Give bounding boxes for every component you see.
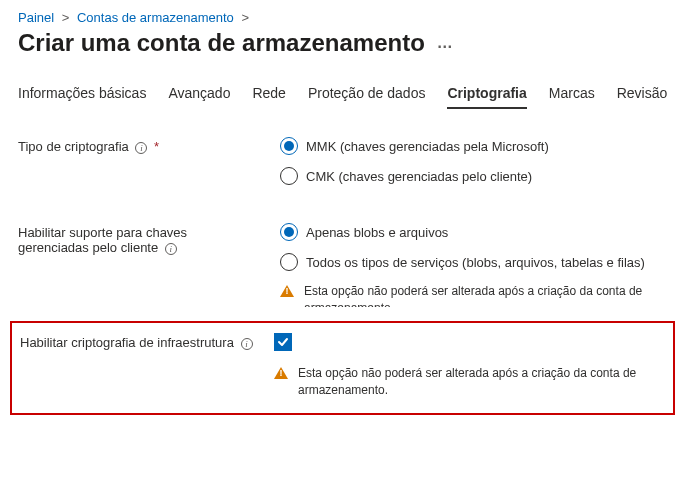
label-infra-encryption-text: Habilitar criptografia de infraestrutura — [20, 335, 234, 350]
tab-data-protection[interactable]: Proteção de dados — [308, 85, 426, 109]
label-encryption-type: Tipo de criptografia i * — [18, 137, 280, 154]
breadcrumb-storage-accounts[interactable]: Contas de armazenamento — [77, 10, 234, 25]
required-asterisk: * — [154, 139, 159, 154]
chevron-right-icon: > — [241, 10, 249, 25]
breadcrumb-home[interactable]: Painel — [18, 10, 54, 25]
radio-cmk-label: CMK (chaves gerenciadas pelo cliente) — [306, 169, 532, 184]
highlight-infra-encryption: Habilitar criptografia de infraestrutura… — [10, 321, 675, 415]
warning-icon — [274, 367, 288, 379]
page-title: Criar uma conta de armazenamento — [18, 29, 425, 57]
warning-cmk-immutable: Esta opção não poderá ser alterada após … — [280, 283, 667, 307]
chevron-right-icon: > — [62, 10, 70, 25]
radio-all-services-label: Todos os tipos de serviços (blobs, arqui… — [306, 255, 645, 270]
radio-mmk-label: MMK (chaves gerenciadas pela Microsoft) — [306, 139, 549, 154]
label-cmk-support: Habilitar suporte para chaves gerenciada… — [18, 223, 280, 255]
warning-text: Esta opção não poderá ser alterada após … — [298, 365, 665, 399]
row-cmk-support: Habilitar suporte para chaves gerenciada… — [18, 223, 667, 313]
tab-review[interactable]: Revisão — [617, 85, 668, 109]
row-infra-warning: Esta opção não poderá ser alterada após … — [20, 363, 665, 405]
checkbox-infra-encryption[interactable] — [274, 333, 292, 351]
more-actions-icon[interactable]: … — [437, 34, 454, 52]
radio-cmk[interactable]: CMK (chaves gerenciadas pelo cliente) — [280, 167, 667, 185]
radio-button-icon — [280, 137, 298, 155]
tab-advanced[interactable]: Avançado — [168, 85, 230, 109]
radio-blobs-only[interactable]: Apenas blobs e arquivos — [280, 223, 667, 241]
radio-blobs-only-label: Apenas blobs e arquivos — [306, 225, 448, 240]
label-infra-encryption: Habilitar criptografia de infraestrutura… — [20, 333, 274, 350]
radio-mmk[interactable]: MMK (chaves gerenciadas pela Microsoft) — [280, 137, 667, 155]
radio-button-icon — [280, 223, 298, 241]
label-cmk-support-line2: gerenciadas pelo cliente — [18, 240, 158, 255]
label-cmk-support-line1: Habilitar suporte para chaves — [18, 225, 187, 240]
tabs: Informações básicas Avançado Rede Proteç… — [18, 85, 667, 109]
label-encryption-type-text: Tipo de criptografia — [18, 139, 129, 154]
radio-button-icon — [280, 167, 298, 185]
radio-all-services[interactable]: Todos os tipos de serviços (blobs, arqui… — [280, 253, 667, 271]
row-infra-encryption: Habilitar criptografia de infraestrutura… — [20, 333, 665, 351]
info-icon[interactable]: i — [165, 243, 177, 255]
radio-button-icon — [280, 253, 298, 271]
checkmark-icon — [277, 336, 289, 348]
warning-infra-immutable: Esta opção não poderá ser alterada após … — [274, 365, 665, 399]
info-icon[interactable]: i — [241, 338, 253, 350]
warning-text: Esta opção não poderá ser alterada após … — [304, 283, 667, 307]
tab-tags[interactable]: Marcas — [549, 85, 595, 109]
tab-encryption[interactable]: Criptografia — [447, 85, 526, 109]
row-encryption-type: Tipo de criptografia i * MMK (chaves ger… — [18, 137, 667, 197]
warning-icon — [280, 285, 294, 297]
info-icon[interactable]: i — [135, 142, 147, 154]
tab-basics[interactable]: Informações básicas — [18, 85, 146, 109]
breadcrumb: Painel > Contas de armazenamento > — [18, 10, 667, 25]
tab-network[interactable]: Rede — [252, 85, 285, 109]
page-title-row: Criar uma conta de armazenamento … — [18, 29, 667, 57]
